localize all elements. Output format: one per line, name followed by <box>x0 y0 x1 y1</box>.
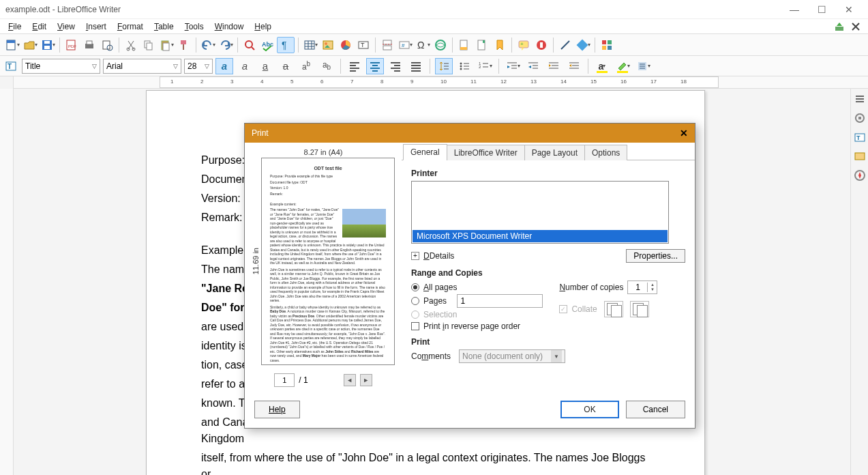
track-changes-button[interactable] <box>533 37 550 53</box>
paste-button[interactable] <box>158 37 175 53</box>
cut-button[interactable] <box>123 37 139 53</box>
preview-prev-button[interactable]: ◄ <box>344 374 356 386</box>
menu-table[interactable]: Table <box>149 20 179 33</box>
insert-page-break-button[interactable] <box>379 37 395 53</box>
insert-line-button[interactable] <box>557 37 573 53</box>
decrease-indent2-button[interactable] <box>565 58 583 74</box>
menu-edit[interactable]: Edit <box>27 20 52 33</box>
dialog-close-button[interactable]: ✕ <box>680 128 688 139</box>
undo-button[interactable] <box>200 37 216 53</box>
show-draw-functions-button[interactable] <box>599 37 615 53</box>
copies-spinner[interactable]: ▲▼ <box>627 280 657 294</box>
help-button[interactable]: Help <box>254 401 300 418</box>
close-doc-icon[interactable] <box>850 21 861 32</box>
redo-button[interactable] <box>218 37 234 53</box>
update-icon[interactable] <box>834 21 845 32</box>
subscript-button[interactable]: ab <box>318 58 335 74</box>
check-reverse[interactable] <box>411 322 419 330</box>
insert-comment-button[interactable]: + <box>515 37 532 53</box>
basic-shapes-button[interactable] <box>575 37 591 53</box>
paragraph-bg-button[interactable] <box>634 58 652 74</box>
printer-item-selected[interactable]: Microsoft XPS Document Writer <box>413 230 668 242</box>
printer-list[interactable]: Microsoft XPS Document Writer <box>411 181 669 244</box>
print-preview-button[interactable] <box>99 37 115 53</box>
save-button[interactable] <box>40 37 56 53</box>
dialog-titlebar[interactable]: Print ✕ <box>245 124 695 143</box>
sidebar-gallery-icon[interactable] <box>852 149 867 164</box>
insert-chart-button[interactable] <box>338 37 354 53</box>
insert-image-button[interactable] <box>320 37 336 53</box>
bullets-button[interactable] <box>455 58 473 74</box>
details-label[interactable]: DDetails <box>423 251 454 261</box>
cancel-button[interactable]: Cancel <box>626 401 685 418</box>
maximize-button[interactable]: ☐ <box>808 1 835 18</box>
menu-format[interactable]: Format <box>112 20 149 33</box>
insert-field-button[interactable]: # <box>397 37 413 53</box>
tab-layout[interactable]: Page Layout <box>524 145 585 160</box>
tab-options[interactable]: Options <box>584 145 627 160</box>
preview-next-button[interactable]: ► <box>360 374 372 386</box>
bold-button[interactable]: a <box>215 58 233 74</box>
menu-insert[interactable]: Insert <box>80 20 112 33</box>
ok-button[interactable]: OK <box>560 401 618 418</box>
copies-input[interactable] <box>628 283 647 292</box>
sidebar-navigator-icon[interactable] <box>852 168 867 183</box>
menu-view[interactable]: View <box>52 20 80 33</box>
italic-button[interactable]: a <box>236 58 254 74</box>
format-paintbrush-button[interactable] <box>176 37 192 53</box>
decrease-indent-button[interactable] <box>524 58 542 74</box>
new-doc-button[interactable] <box>4 37 20 53</box>
label-all-pages[interactable]: All pages <box>423 283 457 292</box>
printer-properties-button[interactable]: Properties... <box>626 249 685 263</box>
details-expander[interactable]: + <box>411 252 419 260</box>
numbering-button[interactable]: 12 <box>476 58 494 74</box>
menu-tools[interactable]: Tools <box>179 20 209 33</box>
insert-hyperlink-button[interactable] <box>432 37 449 53</box>
horizontal-ruler[interactable]: 123456789101112131415161718 <box>0 76 868 89</box>
tab-general[interactable]: General <box>403 144 447 160</box>
menu-window[interactable]: Window <box>209 20 250 33</box>
sidebar-styles-icon[interactable]: T <box>852 130 867 145</box>
print-direct-button[interactable] <box>81 37 98 53</box>
pages-input[interactable] <box>457 294 543 308</box>
align-left-button[interactable] <box>346 58 363 74</box>
highlight-button[interactable] <box>614 58 631 74</box>
insert-textbox-button[interactable]: T <box>355 37 372 53</box>
export-pdf-button[interactable]: PDF <box>63 37 80 53</box>
formatting-marks-button[interactable]: ¶ <box>277 37 295 53</box>
menu-file[interactable]: File <box>3 20 27 33</box>
font-size-select[interactable]: 28▽ <box>184 59 213 74</box>
sidebar-properties-icon[interactable] <box>852 111 867 126</box>
strikethrough-button[interactable]: a <box>277 58 295 74</box>
radio-pages[interactable] <box>411 297 419 305</box>
vertical-ruler[interactable] <box>0 89 14 475</box>
open-button[interactable] <box>22 37 38 53</box>
label-reverse[interactable]: Print in reverse page order <box>423 321 520 331</box>
font-name-select[interactable]: Arial▽ <box>103 59 181 74</box>
styles-sidebar-icon[interactable]: T <box>4 59 19 74</box>
paragraph-style-select[interactable]: Title▽ <box>22 59 100 74</box>
minimize-button[interactable]: — <box>781 1 808 18</box>
insert-endnote-button[interactable] <box>474 37 490 53</box>
superscript-button[interactable]: ab <box>297 58 315 74</box>
increase-indent2-button[interactable] <box>545 58 563 74</box>
insert-bookmark-button[interactable] <box>492 37 508 53</box>
insert-special-char-button[interactable]: Ω <box>415 37 431 53</box>
increase-indent-button[interactable] <box>504 58 522 74</box>
label-pages[interactable]: Pages <box>423 296 447 306</box>
preview-page-input[interactable] <box>274 373 295 387</box>
sidebar-menu-icon[interactable] <box>852 91 867 106</box>
line-spacing-button[interactable] <box>435 58 453 74</box>
align-right-button[interactable] <box>387 58 404 74</box>
find-button[interactable] <box>241 37 258 53</box>
font-color-button[interactable]: a <box>593 58 611 74</box>
insert-table-button[interactable] <box>302 37 318 53</box>
radio-all-pages[interactable] <box>411 283 419 291</box>
underline-button[interactable]: a <box>256 58 274 74</box>
spellcheck-button[interactable]: Abc <box>259 37 275 53</box>
copy-button[interactable] <box>140 37 157 53</box>
align-center-button[interactable] <box>366 58 384 74</box>
tab-writer[interactable]: LibreOffice Writer <box>447 145 525 160</box>
menu-help[interactable]: Help <box>249 20 277 33</box>
close-window-button[interactable]: ✕ <box>835 1 863 18</box>
